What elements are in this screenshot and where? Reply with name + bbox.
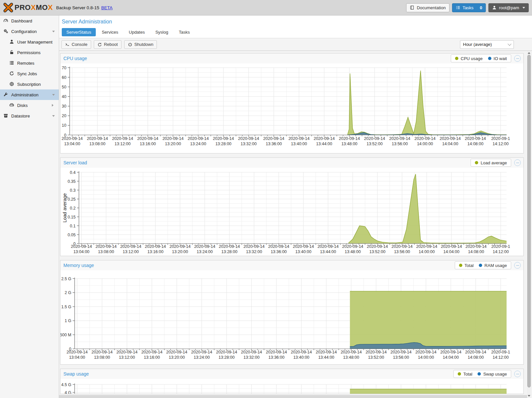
- svg-text:10: 10: [62, 123, 66, 128]
- power-icon: [128, 42, 132, 47]
- scroll-down-arrow-icon[interactable]: [527, 394, 531, 398]
- scrollbar-thumb[interactable]: [527, 55, 531, 387]
- series-line-load-average: [348, 174, 507, 243]
- svg-text:2020-09-1413:44:00: 2020-09-1413:44:00: [317, 244, 338, 254]
- panel-header-cpu: CPU usage CPU usage IO wait: [60, 53, 523, 63]
- panel-body: 0102030405060702020-09-1413:04:002020-09…: [60, 63, 523, 153]
- documentation-button[interactable]: Documentation: [406, 3, 449, 12]
- sidebar-item-label: Remotes: [17, 61, 34, 66]
- chevron-right-icon: [52, 104, 55, 107]
- tasks-button[interactable]: Tasks 0: [452, 3, 486, 12]
- legend-label: Total: [463, 372, 472, 377]
- svg-text:1 G: 1 G: [65, 318, 71, 323]
- svg-text:2020-09-1413:56:00: 2020-09-1413:56:00: [389, 136, 410, 146]
- sidebar-item-configuration[interactable]: Configuration: [0, 26, 59, 37]
- svg-text:2020-09-1413:40:00: 2020-09-1413:40:00: [288, 136, 309, 146]
- svg-text:2020-09-1413:08:00: 2020-09-1413:08:00: [91, 350, 113, 360]
- svg-text:2020-09-1413:04:00: 2020-09-1413:04:00: [71, 244, 92, 254]
- legend-dot-icon: [455, 57, 458, 60]
- svg-text:0.3: 0.3: [70, 188, 76, 193]
- chevron-down-icon: [52, 115, 55, 118]
- collapse-panel-button[interactable]: [514, 262, 521, 269]
- svg-text:2020-09-1413:20:00: 2020-09-1413:20:00: [162, 136, 184, 146]
- legend-label: Total: [465, 263, 474, 268]
- chart-cpu: 0102030405060702020-09-1413:04:002020-09…: [60, 63, 523, 153]
- logo-letter: X: [48, 3, 53, 12]
- tab-tasks[interactable]: Tasks: [174, 28, 194, 36]
- panel-body: 0500 M1 G1.5 G2 G2.5 G2020-09-1413:04:00…: [60, 270, 523, 365]
- scroll-up-arrow-icon[interactable]: [527, 51, 531, 55]
- vertical-scrollbar[interactable]: [527, 51, 531, 398]
- svg-text:2020-09-1413:32:00: 2020-09-1413:32:00: [241, 350, 262, 360]
- tab-serverstatus[interactable]: ServerStatus: [62, 28, 96, 36]
- sidebar-item-user-management[interactable]: User Management: [0, 37, 59, 47]
- svg-text:2020-09-1413:56:00: 2020-09-1413:56:00: [390, 350, 411, 360]
- svg-text:2020-09-1414:04:00: 2020-09-1414:04:00: [441, 244, 462, 254]
- logo-letter: X: [31, 3, 36, 12]
- svg-text:2020-09-1413:56:00: 2020-09-1413:56:00: [392, 244, 413, 254]
- bottom-scroll-strip: [59, 395, 527, 398]
- svg-text:0.15: 0.15: [68, 215, 76, 219]
- support-icon: [9, 82, 15, 87]
- sidebar-item-administration[interactable]: Administration: [0, 89, 59, 100]
- svg-text:2020-09-1413:32:00: 2020-09-1413:32:00: [238, 136, 259, 146]
- legend-item-total: Total: [459, 263, 474, 268]
- console-button[interactable]: Console: [61, 40, 91, 49]
- panel-memory: Memory usage Total RAM usage 0500 M1 G1.…: [60, 260, 524, 365]
- svg-text:2020-09-1414:08:00: 2020-09-1414:08:00: [465, 350, 486, 360]
- collapse-panel-button[interactable]: [514, 159, 521, 166]
- svg-text:70: 70: [62, 66, 66, 70]
- svg-text:2020-09-1414:08:00: 2020-09-1414:08:00: [465, 136, 486, 146]
- gears-icon: [3, 29, 9, 34]
- sidebar-item-sync-jobs[interactable]: Sync Jobs: [0, 68, 59, 79]
- svg-text:2020-09-1413:12:00: 2020-09-1413:12:00: [120, 244, 141, 254]
- legend-label: Swap usage: [483, 372, 507, 377]
- svg-text:2020-09-1414:00:00: 2020-09-1414:00:00: [414, 136, 436, 146]
- sidebar-item-disks[interactable]: Disks: [0, 100, 59, 111]
- beta-link[interactable]: BETA: [101, 5, 113, 10]
- svg-text:500 M: 500 M: [60, 333, 71, 337]
- chart-legend: Total RAM usage: [455, 261, 511, 269]
- legend-dot-icon: [479, 264, 482, 267]
- svg-text:2 G: 2 G: [65, 290, 71, 295]
- svg-text:2020-09-1413:44:00: 2020-09-1413:44:00: [316, 350, 337, 360]
- reboot-button[interactable]: Reboot: [94, 40, 122, 49]
- svg-text:2020-09-1413:48:00: 2020-09-1413:48:00: [340, 350, 362, 360]
- tab-services[interactable]: Services: [97, 28, 123, 36]
- svg-text:0.4: 0.4: [70, 170, 76, 175]
- sidebar-item-label: Dashboard: [11, 18, 32, 23]
- svg-text:2020-09-1413:04:00: 2020-09-1413:04:00: [67, 350, 88, 360]
- panel-header-swap: Swap usage Total Swap usage: [60, 369, 523, 379]
- sidebar: Dashboard Configuration User Management …: [0, 16, 59, 398]
- sidebar-item-permissions[interactable]: Permissions: [0, 47, 59, 58]
- legend-item-ram-usage: RAM usage: [479, 263, 507, 268]
- legend-label: RAM usage: [484, 263, 507, 268]
- tachometer-icon: [3, 18, 9, 23]
- sidebar-item-datastore[interactable]: Datastore: [0, 111, 59, 121]
- svg-text:2020-09-1414:04:00: 2020-09-1414:04:00: [440, 350, 461, 360]
- svg-text:0.25: 0.25: [68, 197, 76, 202]
- tab-bar: ServerStatus Services Updates Syslog Tas…: [59, 28, 532, 38]
- logo-letter: PRO: [15, 3, 31, 12]
- timeframe-select[interactable]: Hour (average): [460, 40, 514, 49]
- sidebar-item-label: Datastore: [11, 114, 30, 118]
- app-version-text: Backup Server 0.8-15: [56, 5, 99, 10]
- sidebar-item-remotes[interactable]: Remotes: [0, 58, 59, 68]
- svg-text:2020-09-1413:36:00: 2020-09-1413:36:00: [266, 350, 287, 360]
- shutdown-button[interactable]: Shutdown: [124, 40, 157, 49]
- sidebar-item-dashboard[interactable]: Dashboard: [0, 16, 59, 26]
- svg-text:0.05: 0.05: [68, 233, 76, 237]
- panel-header-load: Server load Load average: [60, 158, 523, 168]
- tasks-count-badge: 0: [480, 5, 482, 10]
- tab-syslog[interactable]: Syslog: [151, 28, 173, 36]
- user-menu-button[interactable]: root@pam: [488, 3, 529, 12]
- collapse-panel-button[interactable]: [514, 371, 521, 377]
- chart-legend: Total Swap usage: [453, 370, 511, 378]
- legend-item-swap-usage: Swap usage: [478, 372, 507, 377]
- svg-text:2020-09-1413:40:00: 2020-09-1413:40:00: [293, 244, 314, 254]
- tab-updates[interactable]: Updates: [124, 28, 149, 36]
- collapse-panel-button[interactable]: [514, 55, 521, 62]
- svg-text:2020-09-1413:12:00: 2020-09-1413:12:00: [116, 350, 137, 360]
- sidebar-item-subscription[interactable]: Subscription: [0, 79, 59, 89]
- chart-swap: 0500 M1 G1.5 G2 G2.5 G3 G3.5 G4 G4.5 G20…: [60, 379, 523, 394]
